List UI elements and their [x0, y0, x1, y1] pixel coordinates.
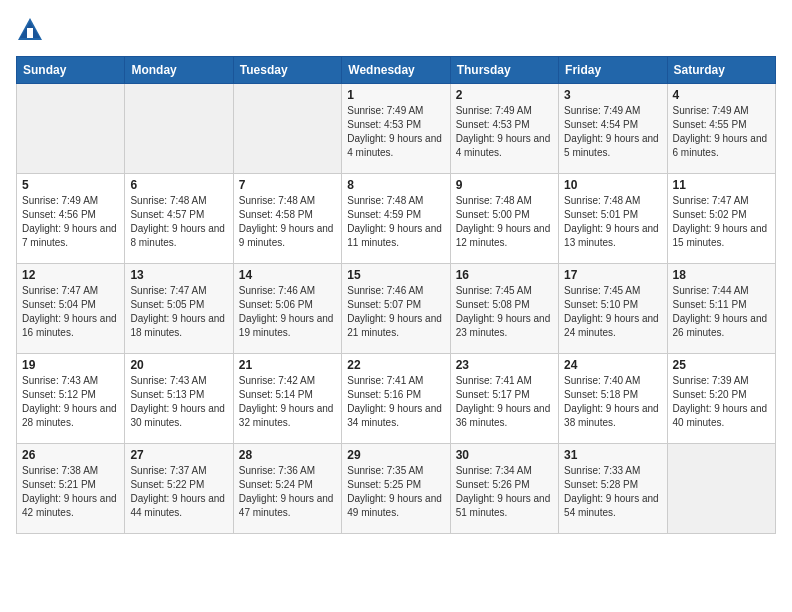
day-number: 19	[22, 358, 119, 372]
calendar-cell: 21Sunrise: 7:42 AM Sunset: 5:14 PM Dayli…	[233, 354, 341, 444]
cell-info: Sunrise: 7:46 AM Sunset: 5:06 PM Dayligh…	[239, 284, 336, 340]
calendar-cell: 22Sunrise: 7:41 AM Sunset: 5:16 PM Dayli…	[342, 354, 450, 444]
day-number: 14	[239, 268, 336, 282]
calendar-cell	[17, 84, 125, 174]
calendar-cell: 19Sunrise: 7:43 AM Sunset: 5:12 PM Dayli…	[17, 354, 125, 444]
calendar-cell: 30Sunrise: 7:34 AM Sunset: 5:26 PM Dayli…	[450, 444, 558, 534]
day-number: 27	[130, 448, 227, 462]
calendar-cell: 31Sunrise: 7:33 AM Sunset: 5:28 PM Dayli…	[559, 444, 667, 534]
cell-info: Sunrise: 7:46 AM Sunset: 5:07 PM Dayligh…	[347, 284, 444, 340]
cell-info: Sunrise: 7:49 AM Sunset: 4:53 PM Dayligh…	[456, 104, 553, 160]
day-number: 10	[564, 178, 661, 192]
day-number: 22	[347, 358, 444, 372]
day-number: 4	[673, 88, 770, 102]
cell-info: Sunrise: 7:41 AM Sunset: 5:16 PM Dayligh…	[347, 374, 444, 430]
cell-info: Sunrise: 7:34 AM Sunset: 5:26 PM Dayligh…	[456, 464, 553, 520]
cell-info: Sunrise: 7:42 AM Sunset: 5:14 PM Dayligh…	[239, 374, 336, 430]
day-number: 12	[22, 268, 119, 282]
calendar-cell: 4Sunrise: 7:49 AM Sunset: 4:55 PM Daylig…	[667, 84, 775, 174]
cell-info: Sunrise: 7:35 AM Sunset: 5:25 PM Dayligh…	[347, 464, 444, 520]
day-number: 29	[347, 448, 444, 462]
day-number: 9	[456, 178, 553, 192]
calendar-cell: 17Sunrise: 7:45 AM Sunset: 5:10 PM Dayli…	[559, 264, 667, 354]
cell-info: Sunrise: 7:47 AM Sunset: 5:04 PM Dayligh…	[22, 284, 119, 340]
calendar-cell: 8Sunrise: 7:48 AM Sunset: 4:59 PM Daylig…	[342, 174, 450, 264]
day-number: 24	[564, 358, 661, 372]
calendar-cell: 12Sunrise: 7:47 AM Sunset: 5:04 PM Dayli…	[17, 264, 125, 354]
day-number: 13	[130, 268, 227, 282]
day-number: 23	[456, 358, 553, 372]
calendar-cell: 13Sunrise: 7:47 AM Sunset: 5:05 PM Dayli…	[125, 264, 233, 354]
calendar-cell: 6Sunrise: 7:48 AM Sunset: 4:57 PM Daylig…	[125, 174, 233, 264]
cell-info: Sunrise: 7:37 AM Sunset: 5:22 PM Dayligh…	[130, 464, 227, 520]
cell-info: Sunrise: 7:38 AM Sunset: 5:21 PM Dayligh…	[22, 464, 119, 520]
calendar-week-5: 26Sunrise: 7:38 AM Sunset: 5:21 PM Dayli…	[17, 444, 776, 534]
calendar-week-2: 5Sunrise: 7:49 AM Sunset: 4:56 PM Daylig…	[17, 174, 776, 264]
calendar-table: SundayMondayTuesdayWednesdayThursdayFrid…	[16, 56, 776, 534]
cell-info: Sunrise: 7:39 AM Sunset: 5:20 PM Dayligh…	[673, 374, 770, 430]
day-number: 15	[347, 268, 444, 282]
cell-info: Sunrise: 7:45 AM Sunset: 5:10 PM Dayligh…	[564, 284, 661, 340]
calendar-cell	[125, 84, 233, 174]
calendar-cell: 24Sunrise: 7:40 AM Sunset: 5:18 PM Dayli…	[559, 354, 667, 444]
calendar-cell: 18Sunrise: 7:44 AM Sunset: 5:11 PM Dayli…	[667, 264, 775, 354]
calendar-cell: 15Sunrise: 7:46 AM Sunset: 5:07 PM Dayli…	[342, 264, 450, 354]
day-number: 5	[22, 178, 119, 192]
weekday-header-tuesday: Tuesday	[233, 57, 341, 84]
calendar-cell: 1Sunrise: 7:49 AM Sunset: 4:53 PM Daylig…	[342, 84, 450, 174]
day-number: 6	[130, 178, 227, 192]
calendar-cell: 28Sunrise: 7:36 AM Sunset: 5:24 PM Dayli…	[233, 444, 341, 534]
day-number: 25	[673, 358, 770, 372]
cell-info: Sunrise: 7:41 AM Sunset: 5:17 PM Dayligh…	[456, 374, 553, 430]
calendar-cell: 26Sunrise: 7:38 AM Sunset: 5:21 PM Dayli…	[17, 444, 125, 534]
cell-info: Sunrise: 7:48 AM Sunset: 4:57 PM Dayligh…	[130, 194, 227, 250]
calendar-cell: 29Sunrise: 7:35 AM Sunset: 5:25 PM Dayli…	[342, 444, 450, 534]
cell-info: Sunrise: 7:48 AM Sunset: 4:58 PM Dayligh…	[239, 194, 336, 250]
weekday-header-friday: Friday	[559, 57, 667, 84]
calendar-cell: 2Sunrise: 7:49 AM Sunset: 4:53 PM Daylig…	[450, 84, 558, 174]
calendar-week-4: 19Sunrise: 7:43 AM Sunset: 5:12 PM Dayli…	[17, 354, 776, 444]
calendar-cell: 25Sunrise: 7:39 AM Sunset: 5:20 PM Dayli…	[667, 354, 775, 444]
calendar-cell: 27Sunrise: 7:37 AM Sunset: 5:22 PM Dayli…	[125, 444, 233, 534]
day-number: 3	[564, 88, 661, 102]
weekday-header-wednesday: Wednesday	[342, 57, 450, 84]
page-header	[16, 16, 776, 44]
cell-info: Sunrise: 7:43 AM Sunset: 5:13 PM Dayligh…	[130, 374, 227, 430]
cell-info: Sunrise: 7:49 AM Sunset: 4:56 PM Dayligh…	[22, 194, 119, 250]
cell-info: Sunrise: 7:40 AM Sunset: 5:18 PM Dayligh…	[564, 374, 661, 430]
weekday-header-saturday: Saturday	[667, 57, 775, 84]
calendar-week-3: 12Sunrise: 7:47 AM Sunset: 5:04 PM Dayli…	[17, 264, 776, 354]
day-number: 11	[673, 178, 770, 192]
cell-info: Sunrise: 7:49 AM Sunset: 4:55 PM Dayligh…	[673, 104, 770, 160]
day-number: 21	[239, 358, 336, 372]
day-number: 20	[130, 358, 227, 372]
calendar-cell: 23Sunrise: 7:41 AM Sunset: 5:17 PM Dayli…	[450, 354, 558, 444]
weekday-header-monday: Monday	[125, 57, 233, 84]
calendar-cell	[233, 84, 341, 174]
day-number: 18	[673, 268, 770, 282]
cell-info: Sunrise: 7:36 AM Sunset: 5:24 PM Dayligh…	[239, 464, 336, 520]
calendar-cell: 7Sunrise: 7:48 AM Sunset: 4:58 PM Daylig…	[233, 174, 341, 264]
logo-icon	[16, 16, 44, 44]
calendar-cell: 16Sunrise: 7:45 AM Sunset: 5:08 PM Dayli…	[450, 264, 558, 354]
calendar-cell: 5Sunrise: 7:49 AM Sunset: 4:56 PM Daylig…	[17, 174, 125, 264]
cell-info: Sunrise: 7:48 AM Sunset: 4:59 PM Dayligh…	[347, 194, 444, 250]
cell-info: Sunrise: 7:43 AM Sunset: 5:12 PM Dayligh…	[22, 374, 119, 430]
calendar-cell: 10Sunrise: 7:48 AM Sunset: 5:01 PM Dayli…	[559, 174, 667, 264]
svg-rect-2	[27, 28, 33, 38]
calendar-cell	[667, 444, 775, 534]
cell-info: Sunrise: 7:48 AM Sunset: 5:00 PM Dayligh…	[456, 194, 553, 250]
cell-info: Sunrise: 7:47 AM Sunset: 5:05 PM Dayligh…	[130, 284, 227, 340]
weekday-header-sunday: Sunday	[17, 57, 125, 84]
calendar-week-1: 1Sunrise: 7:49 AM Sunset: 4:53 PM Daylig…	[17, 84, 776, 174]
day-number: 30	[456, 448, 553, 462]
calendar-cell: 14Sunrise: 7:46 AM Sunset: 5:06 PM Dayli…	[233, 264, 341, 354]
day-number: 1	[347, 88, 444, 102]
calendar-cell: 3Sunrise: 7:49 AM Sunset: 4:54 PM Daylig…	[559, 84, 667, 174]
day-number: 7	[239, 178, 336, 192]
calendar-cell: 11Sunrise: 7:47 AM Sunset: 5:02 PM Dayli…	[667, 174, 775, 264]
cell-info: Sunrise: 7:47 AM Sunset: 5:02 PM Dayligh…	[673, 194, 770, 250]
day-number: 26	[22, 448, 119, 462]
weekday-header-thursday: Thursday	[450, 57, 558, 84]
cell-info: Sunrise: 7:33 AM Sunset: 5:28 PM Dayligh…	[564, 464, 661, 520]
